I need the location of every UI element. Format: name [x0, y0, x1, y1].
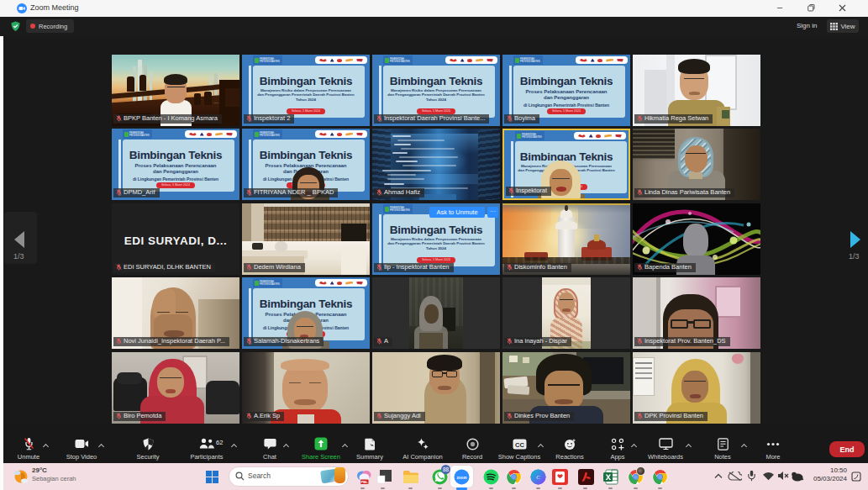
- svg-text:PBL: PBL: [361, 480, 369, 484]
- svg-text:zoom: zoom: [457, 476, 467, 480]
- svg-text:C: C: [536, 474, 540, 480]
- svg-text:CC: CC: [515, 440, 524, 448]
